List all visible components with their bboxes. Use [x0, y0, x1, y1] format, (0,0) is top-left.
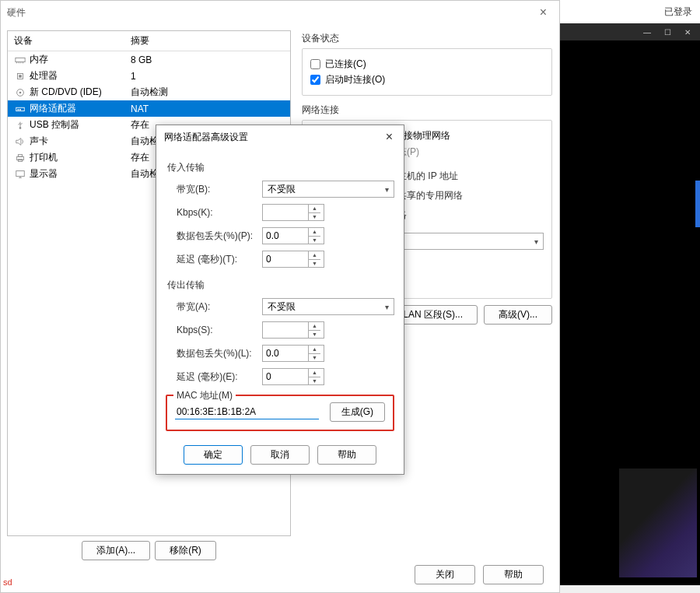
vm-preview-window: 已登录 — ☐ ✕ [560, 0, 700, 585]
window-title: 硬件 [7, 6, 26, 19]
remove-button[interactable]: 移除(R) [155, 541, 216, 560]
window-close-icon[interactable]: ✕ [678, 25, 697, 39]
packet-loss-p-label: 数据包丢失(%)(P): [177, 230, 262, 243]
spin-up-icon[interactable]: ▲ [309, 205, 320, 213]
cd-icon [14, 87, 26, 98]
advanced-settings-dialog: 网络适配器高级设置 × 传入传输 带宽(B): 不受限 Kbps(K): ▲▼ … [156, 125, 404, 475]
outgoing-label: 传出传输 [167, 279, 394, 292]
device-summary: 8 GB [131, 54, 284, 65]
spin-up-icon[interactable]: ▲ [309, 228, 320, 237]
device-name: 内存 [30, 53, 131, 66]
add-button[interactable]: 添加(A)... [82, 541, 150, 560]
table-row[interactable]: 内存8 GB [8, 51, 290, 68]
table-header: 设备 摘要 [8, 31, 290, 51]
packet-loss-l-label: 数据包丢失(%)(L): [177, 347, 262, 360]
device-summary: 自动检测 [131, 86, 284, 99]
kbps-s-spinner[interactable]: ▲▼ [262, 321, 324, 339]
latency-t-spinner[interactable]: ▲▼ [262, 251, 324, 268]
device-name: USB 控制器 [30, 118, 131, 132]
vm-screen-preview [619, 468, 697, 577]
table-row[interactable]: 网络适配器NAT [8, 100, 290, 117]
sound-icon [14, 136, 26, 147]
footer-close-button[interactable]: 关闭 [415, 565, 475, 584]
modal-title: 网络适配器高级设置 [164, 131, 248, 144]
svg-point-12 [19, 127, 22, 129]
mac-address-input[interactable] [175, 405, 319, 419]
header-device: 设备 [14, 34, 131, 47]
bandwidth-b-select[interactable]: 不受限 [262, 181, 394, 198]
minimize-icon[interactable]: — [638, 25, 656, 39]
help-button[interactable]: 帮助 [317, 445, 376, 465]
cpu-icon [14, 71, 26, 82]
display-icon [14, 169, 26, 180]
table-row[interactable]: 新 CD/DVD (IDE)自动检测 [8, 84, 290, 100]
connect-at-start-label: 启动时连接(O) [325, 73, 385, 86]
mac-address-group: MAC 地址(M) 生成(G) [166, 395, 394, 431]
printer-icon [14, 153, 26, 163]
bandwidth-a-label: 带宽(A): [177, 300, 262, 314]
spin-down-icon[interactable]: ▼ [309, 377, 320, 385]
advanced-button[interactable]: 高级(V)... [484, 305, 552, 325]
ok-button[interactable]: 确定 [184, 445, 243, 465]
spin-up-icon[interactable]: ▲ [309, 369, 320, 377]
spin-up-icon[interactable]: ▲ [309, 346, 320, 354]
table-row[interactable]: 处理器1 [8, 68, 290, 84]
close-icon[interactable]: × [534, 4, 553, 21]
device-name: 打印机 [30, 151, 131, 164]
svg-rect-10 [18, 109, 19, 111]
svg-rect-6 [19, 75, 22, 78]
spin-down-icon[interactable]: ▼ [309, 260, 320, 268]
spin-down-icon[interactable]: ▼ [309, 354, 320, 362]
device-name: 处理器 [30, 69, 131, 82]
svg-point-8 [19, 91, 22, 93]
device-summary: NAT [131, 104, 284, 114]
connected-checkbox[interactable] [310, 59, 320, 69]
spin-down-icon[interactable]: ▼ [309, 213, 320, 221]
maximize-icon[interactable]: ☐ [658, 25, 677, 39]
device-status-label: 设备状态 [302, 32, 552, 45]
footer-help-button[interactable]: 帮助 [483, 565, 544, 584]
latency-e-spinner[interactable]: ▲▼ [262, 368, 324, 385]
modal-close-icon[interactable]: × [383, 130, 396, 144]
memory-icon [14, 54, 26, 65]
packet-loss-p-spinner[interactable]: ▲▼ [262, 227, 324, 244]
cancel-button[interactable]: 取消 [250, 445, 310, 465]
header-summary: 摘要 [131, 34, 284, 47]
kbps-k-spinner[interactable]: ▲▼ [262, 204, 324, 221]
titlebar: 硬件 × [1, 1, 559, 24]
latency-e-label: 延迟 (毫秒)(E): [177, 370, 262, 384]
logged-in-label: 已登录 [664, 5, 692, 19]
spin-down-icon[interactable]: ▼ [309, 237, 320, 244]
accent-bar [695, 181, 700, 227]
sd-text: sd [3, 577, 12, 587]
device-name: 显示器 [30, 167, 131, 181]
svg-rect-0 [16, 58, 25, 61]
kbps-k-label: Kbps(K): [177, 207, 262, 218]
connect-at-start-checkbox[interactable] [310, 75, 320, 85]
usb-icon [14, 120, 26, 131]
network-select[interactable] [388, 233, 544, 250]
svg-rect-11 [19, 109, 21, 111]
generate-button[interactable]: 生成(G) [330, 402, 385, 422]
network-connection-label: 网络连接 [302, 104, 552, 117]
kbps-s-label: Kbps(S): [177, 325, 262, 335]
latency-t-label: 延迟 (毫秒)(T): [177, 253, 262, 266]
mac-label: MAC 地址(M) [173, 389, 236, 402]
device-name: 网络适配器 [30, 102, 131, 115]
device-summary: 1 [131, 71, 284, 82]
spin-down-icon[interactable]: ▼ [309, 331, 320, 339]
device-name: 声卡 [30, 135, 131, 148]
spin-up-icon[interactable]: ▲ [309, 251, 320, 260]
network-icon [14, 104, 26, 114]
connected-label: 已连接(C) [325, 58, 366, 71]
bandwidth-b-label: 带宽(B): [177, 183, 262, 196]
bandwidth-a-select[interactable]: 不受限 [262, 298, 394, 315]
incoming-label: 传入传输 [167, 161, 394, 174]
packet-loss-l-spinner[interactable]: ▲▼ [262, 345, 324, 362]
svg-rect-14 [18, 154, 22, 156]
spin-up-icon[interactable]: ▲ [309, 322, 320, 331]
device-name: 新 CD/DVD (IDE) [30, 86, 131, 99]
svg-rect-16 [16, 170, 25, 176]
